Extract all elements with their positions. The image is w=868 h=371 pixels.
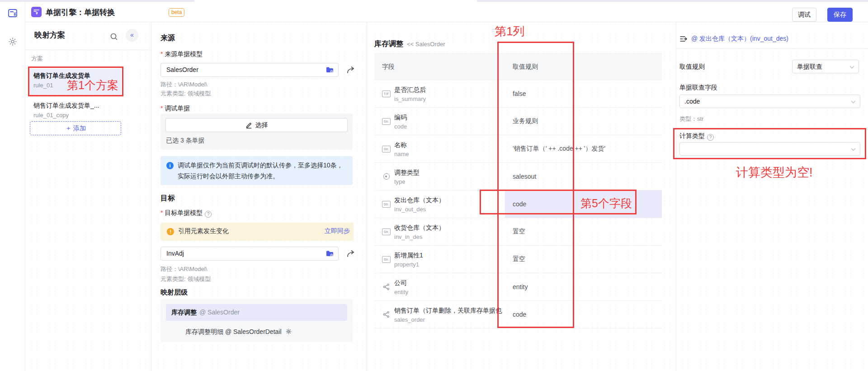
field-code: inv_in_des — [394, 233, 445, 240]
choose-docs-label: 选择 — [255, 121, 268, 129]
table-row[interactable]: 公司entity entity — [374, 273, 662, 300]
field-code: property1 — [394, 261, 423, 268]
string-type-icon: Str. — [382, 256, 391, 263]
table-row[interactable]: Str. 收货仓库（文本）inv_in_des 置空 — [374, 218, 662, 245]
field-code: sales_order — [394, 316, 502, 323]
mapping-level-1[interactable]: 库存调整@ SalesOrder — [166, 304, 347, 321]
field-label: 公司 — [394, 279, 407, 286]
rule-select[interactable]: 单据联查 — [792, 60, 859, 73]
target-model-input[interactable]: InvAdj — [160, 247, 339, 261]
table-row[interactable]: Str. 名称name '销售订单（' ++ .code ++ '）发货' — [374, 135, 662, 162]
field-label: 销售订单（订单删除，关联库存单据也 — [394, 307, 502, 314]
table-row[interactable]: Str. 新增属性1property1 置空 — [374, 245, 662, 273]
field-rule-value: false — [505, 80, 662, 107]
enum-type-icon — [382, 173, 391, 180]
target-section-title: 目标 — [160, 194, 175, 203]
debug-docs-label: 调试单据 — [160, 105, 190, 113]
scheme-item-name: 销售订单生成发货单_... — [33, 102, 118, 110]
relation-icon — [382, 283, 391, 290]
field-code: entity — [394, 289, 408, 295]
level1-suffix: @ SalesOrder — [199, 309, 240, 316]
workspace: 映射方案 « 方案 销售订单生成发货单 rule_01 销售订单生成发货单_..… — [25, 22, 868, 371]
info-text: 调试单据仅作为当前页调试时的默认传参，至多选择10条，实际运行时会以外部主动传参… — [178, 160, 348, 181]
field-code: type — [394, 178, 420, 185]
mapping-level-box: 库存调整@ SalesOrder 库存调整明细 @ SalesOrderDeta… — [160, 299, 353, 342]
lookup-type-info: 类型：str — [679, 115, 703, 123]
source-model-input[interactable]: SalesOrder — [160, 63, 339, 77]
gear-icon[interactable] — [7, 36, 18, 47]
calc-type-select[interactable] — [679, 142, 860, 156]
field-code: code — [394, 123, 407, 130]
app-icon: ¥ — [31, 7, 42, 17]
field-label: 发出仓库（文本） — [394, 196, 445, 204]
table-header-row: 字段 取值规则 — [374, 54, 662, 80]
warning-banner: ! 引用元素发生变化 立即同步 — [160, 223, 354, 241]
lookup-field-label: 单据联查字段 — [679, 84, 717, 92]
pencil-icon — [245, 122, 252, 128]
string-type-icon: Str. — [382, 200, 391, 208]
relation-icon — [382, 311, 391, 318]
string-type-icon: Str. — [382, 145, 391, 152]
folder-icon[interactable] — [326, 250, 334, 257]
calc-type-label-text: 计算类型 — [679, 132, 705, 139]
mapping-level-2[interactable]: 库存调整明细 @ SalesOrderDetail — [185, 325, 292, 338]
detail-header: @ 发出仓库（文本）(inv_out_des) — [679, 35, 788, 43]
source-panel: 来源 来源单据模型 SalesOrder 路径：\AR\Model\ 元素类型:… — [151, 22, 367, 371]
info-banner: i 调试单据仅作为当前页调试时的默认传参，至多选择10条，实际运行时会以外部主动… — [160, 156, 353, 185]
goto-model-icon[interactable] — [346, 65, 356, 75]
field-rule-value: salesout — [505, 163, 662, 190]
table-row[interactable]: T/F 是否汇总后is_summary false — [374, 80, 662, 107]
doc-engine-icon[interactable]: ¥ — [7, 8, 18, 19]
field-label: 是否汇总后 — [394, 86, 426, 93]
source-model-label: 来源单据模型 — [160, 50, 203, 58]
add-scheme-button[interactable]: ＋ 添加 — [30, 121, 121, 135]
table-row-selected[interactable]: Str. 发出仓库（文本）inv_out_des code — [374, 190, 662, 218]
target-model-type: 元素类型: 领域模型 — [160, 275, 211, 283]
detail-header-text: @ 发出仓库（文本）(inv_out_des) — [691, 35, 788, 43]
field-code: is_summary — [394, 95, 426, 102]
field-code: name — [394, 151, 409, 157]
col-header-field: 字段 — [374, 63, 505, 71]
scheme-group-label: 方案 — [31, 55, 43, 63]
boolean-type-icon: T/F — [382, 90, 391, 97]
level2-name: 库存调整明细 @ SalesOrderDetail — [185, 328, 282, 335]
string-type-icon: Str. — [382, 228, 391, 235]
mapping-icon — [679, 35, 688, 43]
lookup-field-select[interactable]: .code — [679, 95, 860, 108]
scheme-item-rule01[interactable]: 销售订单生成发货单 rule_01 — [30, 69, 121, 95]
choose-docs-button[interactable]: 选择 — [165, 118, 348, 132]
field-rule-value: entity — [505, 273, 662, 300]
string-type-icon: Str. — [382, 118, 391, 125]
save-button[interactable]: 保存 — [827, 8, 853, 22]
gear-icon[interactable] — [285, 328, 292, 335]
field-rule-value: 业务规则 — [505, 108, 662, 135]
collapse-panel-button[interactable]: « — [126, 29, 138, 42]
field-label: 名称 — [394, 141, 407, 148]
goto-model-icon[interactable] — [346, 249, 356, 259]
scheme-panel: 映射方案 « 方案 销售订单生成发货单 rule_01 销售订单生成发货单_..… — [25, 22, 151, 371]
help-icon[interactable]: ? — [205, 211, 212, 218]
field-table-panel: 库存调整<< SalesOrder 字段 取值规则 T/F 是否汇总后is_su… — [367, 22, 676, 371]
table-bottom-border — [374, 328, 662, 328]
warning-icon: ! — [167, 228, 174, 235]
table-row[interactable]: Str. 编码code 业务规则 — [374, 107, 662, 135]
source-section-title: 来源 — [160, 33, 175, 43]
page-title: 单据引擎：单据转换 — [46, 7, 115, 18]
search-icon[interactable] — [109, 32, 118, 41]
warning-text: 引用元素发生变化 — [178, 227, 229, 235]
add-scheme-label: 添加 — [73, 124, 86, 132]
field-label: 新增属性1 — [394, 252, 423, 259]
field-rule-value: code — [505, 190, 662, 218]
scheme-item-rule01copy[interactable]: 销售订单生成发货单_... rule_01_copy — [30, 99, 121, 122]
debug-button[interactable]: 调试 — [792, 8, 816, 22]
field-code: inv_out_des — [394, 206, 445, 213]
sync-now-link[interactable]: 立即同步 — [325, 227, 350, 235]
table-row[interactable]: 调整类型type salesout — [374, 162, 662, 190]
folder-icon[interactable] — [326, 67, 334, 73]
col-header-rule: 取值规则 — [505, 63, 662, 71]
source-model-type: 元素类型: 领域模型 — [160, 90, 211, 98]
scheme-item-code: rule_01_copy — [33, 112, 118, 119]
table-row[interactable]: 销售订单（订单删除，关联库存单据也sales_order code — [374, 300, 662, 328]
help-icon[interactable]: ? — [707, 134, 714, 141]
field-label: 收货仓库（文本） — [394, 224, 445, 231]
